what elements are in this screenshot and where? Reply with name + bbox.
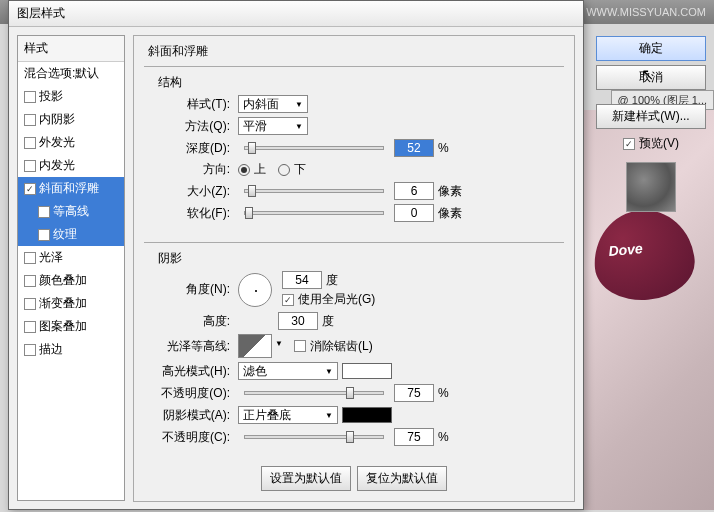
- depth-input[interactable]: 52: [394, 139, 434, 157]
- sidebar-item-10[interactable]: 图案叠加: [18, 315, 124, 338]
- altitude-label: 高度:: [154, 313, 234, 330]
- sidebar-checkbox[interactable]: [24, 160, 36, 172]
- depth-label: 深度(D):: [154, 140, 234, 157]
- antialias-label: 消除锯齿(L): [310, 338, 373, 355]
- depth-slider[interactable]: [244, 146, 384, 150]
- preview-checkbox[interactable]: [623, 138, 635, 150]
- altitude-input[interactable]: 30: [278, 312, 318, 330]
- sidebar-item-label: 斜面和浮雕: [39, 180, 99, 197]
- soften-slider[interactable]: [244, 211, 384, 215]
- style-combo[interactable]: 内斜面▼: [238, 95, 308, 113]
- highlight-opacity-label: 不透明度(O):: [154, 385, 234, 402]
- sidebar-item-4[interactable]: 斜面和浮雕: [18, 177, 124, 200]
- shadow-opacity-label: 不透明度(C):: [154, 429, 234, 446]
- technique-combo[interactable]: 平滑▼: [238, 117, 308, 135]
- dialog-title: 图层样式: [17, 5, 65, 22]
- sidebar-item-2[interactable]: 外发光: [18, 131, 124, 154]
- sidebar-item-6[interactable]: 纹理: [18, 223, 124, 246]
- shadow-opacity-input[interactable]: 75: [394, 428, 434, 446]
- sidebar-checkbox[interactable]: [24, 321, 36, 333]
- shadow-mode-combo[interactable]: 正片叠底▼: [238, 406, 338, 424]
- sidebar-item-label: 光泽: [39, 249, 63, 266]
- sidebar-blend-options[interactable]: 混合选项:默认: [18, 62, 124, 85]
- sidebar-checkbox[interactable]: [24, 252, 36, 264]
- dialog-title-bar[interactable]: 图层样式: [9, 1, 583, 27]
- sidebar-item-9[interactable]: 渐变叠加: [18, 292, 124, 315]
- highlight-color-swatch[interactable]: [342, 363, 392, 379]
- soften-unit: 像素: [438, 205, 462, 222]
- new-style-button[interactable]: 新建样式(W)...: [596, 104, 706, 129]
- highlight-opacity-input[interactable]: 75: [394, 384, 434, 402]
- direction-label: 方向:: [154, 161, 234, 178]
- highlight-mode-combo[interactable]: 滤色▼: [238, 362, 338, 380]
- angle-input[interactable]: 54: [282, 271, 322, 289]
- highlight-mode-label: 高光模式(H):: [154, 363, 234, 380]
- sidebar-checkbox[interactable]: [38, 206, 50, 218]
- sidebar-item-0[interactable]: 投影: [18, 85, 124, 108]
- direction-down-radio[interactable]: [278, 164, 290, 176]
- preview-label: 预览(V): [639, 135, 679, 152]
- direction-up-radio[interactable]: [238, 164, 250, 176]
- sidebar-header[interactable]: 样式: [18, 36, 124, 62]
- sidebar-checkbox[interactable]: [24, 91, 36, 103]
- cursor-icon: ↖: [641, 65, 654, 84]
- sidebar-checkbox[interactable]: [24, 344, 36, 356]
- technique-label: 方法(Q):: [154, 118, 234, 135]
- contour-label: 光泽等高线:: [154, 338, 234, 355]
- soften-input[interactable]: 0: [394, 204, 434, 222]
- make-default-button[interactable]: 设置为默认值: [261, 466, 351, 491]
- sidebar-checkbox[interactable]: [24, 137, 36, 149]
- sidebar-item-8[interactable]: 颜色叠加: [18, 269, 124, 292]
- size-unit: 像素: [438, 183, 462, 200]
- shadow-color-swatch[interactable]: [342, 407, 392, 423]
- style-label: 样式(T):: [154, 96, 234, 113]
- sidebar-item-label: 渐变叠加: [39, 295, 87, 312]
- sidebar-item-label: 图案叠加: [39, 318, 87, 335]
- sidebar-item-label: 描边: [39, 341, 63, 358]
- section-title: 斜面和浮雕: [144, 43, 212, 60]
- layer-style-dialog: 图层样式 样式 混合选项:默认 投影内阴影外发光内发光斜面和浮雕等高线纹理光泽颜…: [8, 0, 584, 510]
- sidebar-item-label: 内发光: [39, 157, 75, 174]
- sidebar-checkbox[interactable]: [24, 114, 36, 126]
- global-light-checkbox[interactable]: [282, 294, 294, 306]
- sidebar-item-label: 纹理: [53, 226, 77, 243]
- sidebar-checkbox[interactable]: [24, 183, 36, 195]
- style-list-sidebar: 样式 混合选项:默认 投影内阴影外发光内发光斜面和浮雕等高线纹理光泽颜色叠加渐变…: [17, 35, 125, 501]
- sidebar-item-3[interactable]: 内发光: [18, 154, 124, 177]
- sidebar-item-label: 投影: [39, 88, 63, 105]
- ok-button[interactable]: 确定: [596, 36, 706, 61]
- gloss-contour-picker[interactable]: ▼: [238, 334, 272, 358]
- sidebar-item-11[interactable]: 描边: [18, 338, 124, 361]
- size-label: 大小(Z):: [154, 183, 234, 200]
- site-url: WWW.MISSYUAN.COM: [586, 6, 714, 18]
- depth-unit: %: [438, 141, 449, 155]
- sidebar-checkbox[interactable]: [38, 229, 50, 241]
- main-panel: 斜面和浮雕 结构 样式(T): 内斜面▼ 方法(Q): 平滑▼ 深度(D): 5…: [133, 35, 575, 501]
- soften-label: 软化(F):: [154, 205, 234, 222]
- sidebar-checkbox[interactable]: [24, 275, 36, 287]
- size-slider[interactable]: [244, 189, 384, 193]
- highlight-opacity-slider[interactable]: [244, 391, 384, 395]
- sidebar-item-7[interactable]: 光泽: [18, 246, 124, 269]
- shadow-mode-label: 阴影模式(A):: [154, 407, 234, 424]
- bevel-emboss-group: 斜面和浮雕 结构 样式(T): 内斜面▼ 方法(Q): 平滑▼ 深度(D): 5…: [133, 35, 575, 502]
- sidebar-item-5[interactable]: 等高线: [18, 200, 124, 223]
- angle-label: 角度(N):: [154, 281, 234, 298]
- preview-thumbnail: [626, 162, 676, 212]
- sidebar-item-label: 内阴影: [39, 111, 75, 128]
- sidebar-item-1[interactable]: 内阴影: [18, 108, 124, 131]
- sidebar-checkbox[interactable]: [24, 298, 36, 310]
- dialog-right-column: 确定 取消 新建样式(W)... 预览(V): [596, 36, 706, 222]
- sidebar-item-label: 外发光: [39, 134, 75, 151]
- sidebar-item-label: 颜色叠加: [39, 272, 87, 289]
- shading-title: 阴影: [154, 250, 186, 267]
- structure-title: 结构: [154, 74, 186, 91]
- sidebar-item-label: 等高线: [53, 203, 89, 220]
- shadow-opacity-slider[interactable]: [244, 435, 384, 439]
- angle-dial[interactable]: [238, 273, 272, 307]
- antialias-checkbox[interactable]: [294, 340, 306, 352]
- reset-default-button[interactable]: 复位为默认值: [357, 466, 447, 491]
- size-input[interactable]: 6: [394, 182, 434, 200]
- global-light-label: 使用全局光(G): [298, 291, 375, 308]
